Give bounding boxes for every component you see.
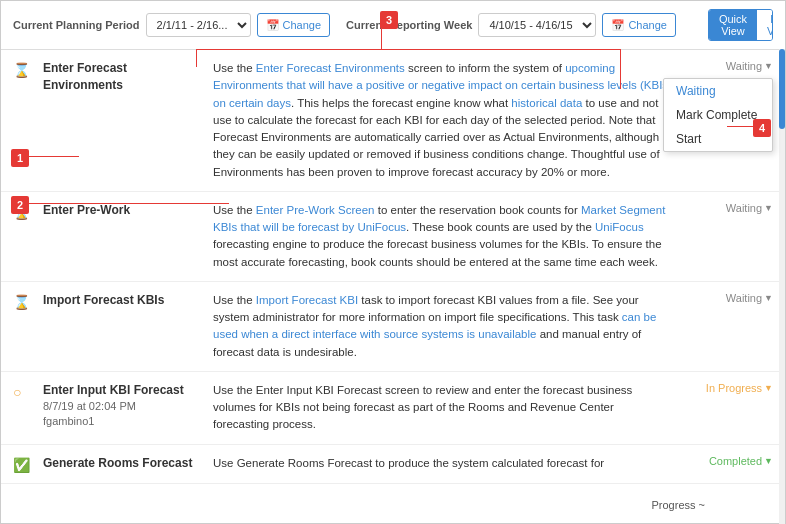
planning-period-select[interactable]: 2/1/11 - 2/16... [146, 13, 251, 37]
desc-link[interactable]: Enter Pre-Work Screen [256, 204, 375, 216]
planning-period-label: Current Planning Period [13, 19, 140, 31]
status-badge[interactable]: Waiting ▼ [726, 60, 773, 72]
dropdown-caret-icon: ▼ [764, 383, 773, 393]
circle-icon: ○ [13, 384, 21, 400]
planning-period-section: Current Planning Period 2/1/11 - 2/16...… [13, 13, 330, 37]
arrow-3-left-down [196, 49, 197, 67]
task-name-col: Enter Pre-Work [43, 202, 213, 271]
progress-text: Progress ~ [652, 499, 706, 511]
status-dropdown-menu: Waiting Mark Complete Start [663, 78, 773, 152]
hourglass-icon: ⌛ [13, 294, 30, 310]
list-view-button[interactable]: List View [757, 10, 773, 40]
hourglass-icon: ⌛ [13, 62, 30, 78]
task-name-col: Enter Input KBI Forecast 8/7/19 at 02:04… [43, 382, 213, 434]
status-badge[interactable]: In Progress ▼ [706, 382, 773, 394]
task-meta: 8/7/19 at 02:04 PMfgambino1 [43, 399, 203, 430]
task-desc-col: Use the Import Forecast KBI task to impo… [213, 292, 683, 361]
calendar-icon: 📅 [266, 19, 280, 32]
table-row: ⌛ Enter Pre-Work Use the Enter Pre-Work … [1, 192, 785, 282]
task-status-col: Waiting ▼ [683, 202, 773, 271]
arrow-3-line-left [196, 49, 381, 50]
annotation-1: 1 [11, 149, 29, 167]
task-status-col: Completed ▼ [683, 455, 773, 473]
task-name: Enter Input KBI Forecast [43, 382, 203, 399]
main-container: Current Planning Period 2/1/11 - 2/16...… [0, 0, 786, 524]
task-desc-col: Use the Enter Forecast Environments scre… [213, 60, 683, 181]
status-badge[interactable]: Completed ▼ [709, 455, 773, 467]
arrow-1-line [29, 156, 79, 157]
dropdown-caret-icon: ▼ [764, 456, 773, 466]
annotation-4: 4 [753, 119, 771, 137]
status-label: Completed [709, 455, 762, 467]
annotation-2: 2 [11, 196, 29, 214]
view-toggle: Quick View List View [708, 9, 773, 41]
table-row: ⌛ Import Forecast KBIs Use the Import Fo… [1, 282, 785, 372]
dropdown-caret-icon: ▼ [764, 61, 773, 71]
content-area[interactable]: ⌛ Enter Forecast Environments Use the En… [1, 50, 785, 524]
dropdown-caret-icon: ▼ [764, 203, 773, 213]
status-badge[interactable]: Waiting ▼ [726, 202, 773, 214]
scrollbar-track [779, 49, 785, 524]
table-row: ○ Enter Input KBI Forecast 8/7/19 at 02:… [1, 372, 785, 445]
calendar-icon-2: 📅 [611, 19, 625, 32]
task-icon-col: ⌛ [13, 292, 43, 361]
task-desc-col: Use the Enter Input KBI Forecast screen … [213, 382, 683, 434]
dropdown-caret-icon: ▼ [764, 293, 773, 303]
arrow-3-right-down [620, 49, 621, 89]
task-desc-col: Use Generate Rooms Forecast to produce t… [213, 455, 683, 473]
scrollbar-thumb[interactable] [779, 49, 785, 129]
status-label: Waiting [726, 60, 762, 72]
task-name: Enter Forecast Environments [43, 60, 203, 94]
task-name-col: Import Forecast KBIs [43, 292, 213, 361]
task-name: Import Forecast KBIs [43, 292, 203, 309]
annotation-3: 3 [380, 11, 398, 29]
dropdown-item-waiting[interactable]: Waiting [664, 79, 772, 103]
check-circle-icon: ✅ [13, 457, 30, 473]
status-label: Waiting [726, 292, 762, 304]
change-planning-button[interactable]: 📅 Change [257, 13, 331, 37]
task-name-col: Generate Rooms Forecast [43, 455, 213, 473]
table-row: ✅ Generate Rooms Forecast Use Generate R… [1, 445, 785, 484]
table-row: ⌛ Enter Forecast Environments Use the En… [1, 50, 785, 192]
task-icon-col: ✅ [13, 455, 43, 473]
arrow-3-line-right [381, 49, 621, 50]
arrow-4-line [727, 126, 753, 127]
task-icon-col: ○ [13, 382, 43, 434]
desc-link[interactable]: Enter Forecast Environments [256, 62, 405, 74]
task-desc-col: Use the Enter Pre-Work Screen to enter t… [213, 202, 683, 271]
reporting-week-select[interactable]: 4/10/15 - 4/16/15 [478, 13, 596, 37]
change-reporting-button[interactable]: 📅 Change [602, 13, 676, 37]
arrow-2-line [29, 203, 229, 204]
task-name: Generate Rooms Forecast [43, 455, 203, 472]
task-status-col: In Progress ▼ [683, 382, 773, 434]
reporting-week-label: Current Reporting Week [346, 19, 472, 31]
status-label: In Progress [706, 382, 762, 394]
task-name-col: Enter Forecast Environments [43, 60, 213, 181]
task-name: Enter Pre-Work [43, 202, 203, 219]
arrow-3-line-center [381, 29, 382, 49]
status-badge[interactable]: Waiting ▼ [726, 292, 773, 304]
quick-view-button[interactable]: Quick View [709, 10, 757, 40]
status-label: Waiting [726, 202, 762, 214]
task-status-col: Waiting ▼ [683, 292, 773, 361]
desc-link[interactable]: Import Forecast KBI [256, 294, 358, 306]
